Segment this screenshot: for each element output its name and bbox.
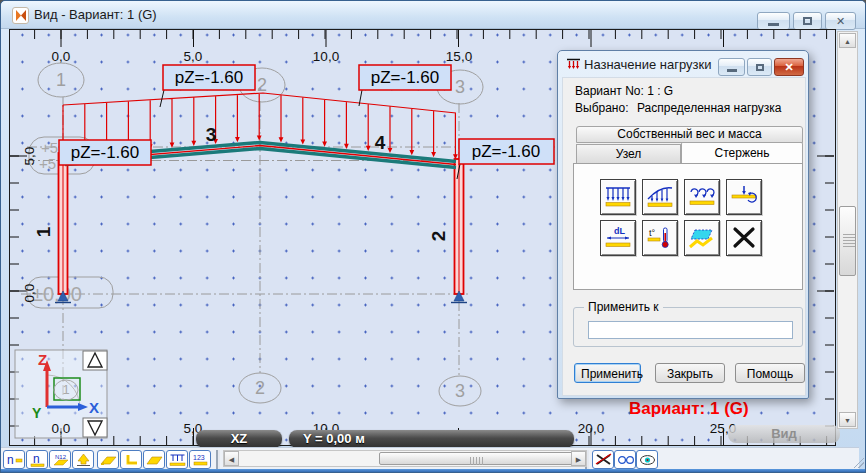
show-stiffness-labels-button[interactable]: N12 <box>49 450 71 469</box>
thumb-grip <box>843 234 855 248</box>
svg-text:0,0: 0,0 <box>22 284 37 303</box>
x-axis-label: X <box>89 399 99 416</box>
load-assignment-dialog[interactable]: Назначение нагрузки ✕ Вариант No: 1 : G … <box>557 50 809 399</box>
elevation-eave-a: +5 <box>41 139 58 156</box>
thumb-grip <box>470 457 484 465</box>
close-button[interactable]: ✕ <box>825 12 856 30</box>
scroll-left-button[interactable]: ◀ <box>224 451 239 466</box>
stiffness-labels-icon: N12 <box>51 452 70 467</box>
partial-length-load-button[interactable]: dL <box>600 220 636 256</box>
svg-text:t°: t° <box>649 228 656 238</box>
dialog-icon <box>566 57 581 75</box>
temperature-load-button[interactable]: t° <box>642 220 678 256</box>
show-profiles-button[interactable] <box>120 450 142 469</box>
view-up-button[interactable] <box>83 351 107 370</box>
element-number-left-column: 1 <box>33 226 54 237</box>
element-numbers-icon: n <box>28 452 47 467</box>
concentrated-load-button[interactable] <box>726 179 762 215</box>
dialog-title: Назначение нагрузки <box>584 57 712 72</box>
profiles-icon <box>122 452 141 467</box>
show-plate-outline-button[interactable] <box>143 450 165 469</box>
z-axis-label: Z <box>38 351 47 368</box>
load-label-eave-left[interactable]: pZ=-1.60 <box>71 143 140 162</box>
axis-bubble-3b: 3 <box>455 381 465 401</box>
svg-text:5,0: 5,0 <box>22 147 37 166</box>
minimize-button[interactable] <box>757 12 790 30</box>
show-node-numbers-button[interactable]: n <box>3 450 25 469</box>
distributed-moment-button[interactable] <box>684 179 720 215</box>
visibility-button[interactable] <box>636 450 658 469</box>
dialog-restore-button[interactable] <box>747 58 772 76</box>
load-label-eave-right[interactable]: pZ=-1.60 <box>472 142 541 161</box>
elevation-eave-b: +5 <box>39 155 56 172</box>
close-icon: ✕ <box>836 15 845 28</box>
vertical-scroll-thumb[interactable] <box>839 206 856 276</box>
scroll-right-button[interactable]: ▶ <box>571 451 586 466</box>
selected-value: Распределенная нагрузка <box>637 101 781 115</box>
show-supports-button[interactable] <box>72 450 94 469</box>
apply-button[interactable]: Применить <box>574 363 641 383</box>
view-down-button[interactable] <box>83 418 107 437</box>
restore-button[interactable] <box>793 12 822 30</box>
y-axis-label: Y <box>32 405 42 421</box>
uniform-load-icon <box>604 184 632 210</box>
element-number-right-column: 2 <box>428 231 449 242</box>
concentrated-load-icon <box>730 184 758 210</box>
vertical-scrollbar[interactable]: ▲ ▼ <box>837 31 858 429</box>
minimize-icon <box>727 69 737 72</box>
dialog-close-button[interactable]: ✕ <box>774 58 804 76</box>
svg-text:123: 123 <box>193 454 205 461</box>
distributed-moment-icon <box>688 184 716 210</box>
svg-text:15,0: 15,0 <box>446 49 472 64</box>
selected-label: Выбрано: <box>575 101 628 115</box>
resize-grip[interactable] <box>852 456 864 468</box>
supports <box>55 291 467 303</box>
close-dialog-button[interactable]: Закрыть <box>655 363 725 383</box>
scroll-up-button[interactable]: ▲ <box>839 33 856 48</box>
help-button[interactable]: Помощь <box>735 363 805 383</box>
window-titlebar[interactable]: Вид - Вариант: 1 (G) ✕ <box>1 1 866 29</box>
view-watermark: Вид <box>728 425 840 443</box>
show-loads-button[interactable] <box>166 450 188 469</box>
erase-icon <box>594 452 613 467</box>
restore-icon <box>756 64 764 71</box>
axis-bubble-1: 1 <box>56 70 66 90</box>
erase-results-button[interactable] <box>592 450 614 469</box>
svg-text:N12: N12 <box>55 454 67 460</box>
delete-load-button[interactable] <box>726 220 762 256</box>
glasses-view-button[interactable] <box>614 450 636 469</box>
trapezoid-load-icon <box>646 184 674 210</box>
horizontal-scrollbar[interactable]: ◀ ▶ <box>223 450 587 467</box>
restore-icon <box>803 17 812 25</box>
temperature-load-icon: t° <box>646 225 674 251</box>
show-element-numbers-button[interactable]: n <box>26 450 48 469</box>
apply-to-group: Применить к <box>573 307 803 347</box>
show-plates-button[interactable] <box>97 450 119 469</box>
eye-icon <box>638 452 657 467</box>
axis-bubble-2b: 2 <box>255 378 265 398</box>
svg-text:20,0: 20,0 <box>578 421 604 436</box>
plate-load-button[interactable] <box>684 220 720 256</box>
tab-bar[interactable]: Стержень <box>681 142 803 164</box>
uniform-load-button[interactable] <box>600 179 636 215</box>
plates-icon <box>99 452 118 467</box>
element-number-right-beam: 4 <box>375 132 386 153</box>
self-weight-button[interactable]: Собственный вес и масса <box>576 126 803 143</box>
elevation-base: ±0,00 <box>32 283 82 305</box>
show-load-values-button[interactable]: 123 <box>189 450 211 469</box>
load-label-top-right[interactable]: pZ=-1.60 <box>371 68 440 87</box>
apply-target-input[interactable] <box>588 321 793 339</box>
svg-text:0,0: 0,0 <box>52 49 71 64</box>
ucs-bubble: 1 <box>62 382 69 397</box>
trapezoid-load-button[interactable] <box>642 179 678 215</box>
dialog-minimize-button[interactable] <box>718 58 745 76</box>
plate-outline-icon <box>145 452 164 467</box>
horizontal-scroll-thumb[interactable] <box>379 452 575 465</box>
scroll-down-button[interactable]: ▼ <box>839 412 856 427</box>
tab-node[interactable]: Узел <box>576 144 681 164</box>
load-label-top-left[interactable]: pZ=-1.60 <box>175 68 244 87</box>
node-numbers-icon: n <box>5 452 24 467</box>
close-icon: ✕ <box>784 61 793 74</box>
element-number-left-beam: 3 <box>206 124 217 145</box>
toolbar-divider <box>216 450 220 469</box>
